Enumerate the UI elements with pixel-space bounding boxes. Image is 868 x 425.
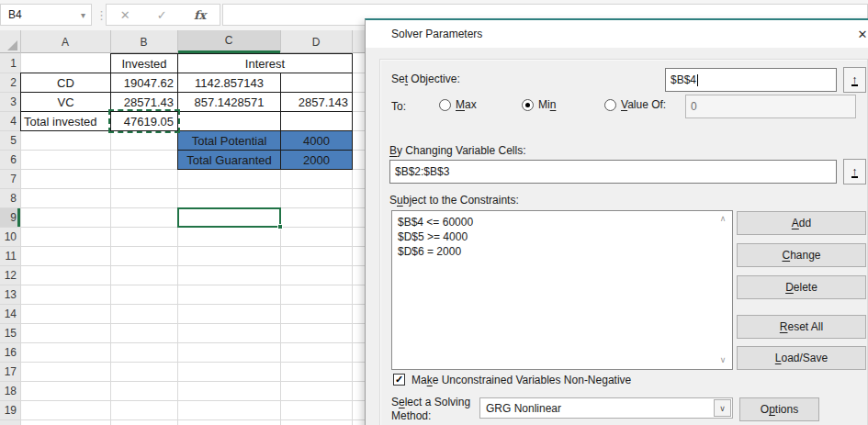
cell-A3[interactable]: VC: [20, 92, 111, 112]
header-separator: [352, 30, 353, 53]
constraint-item[interactable]: $D$6 = 2000: [398, 244, 727, 259]
row-header-10[interactable]: 10: [0, 227, 20, 246]
close-icon[interactable]: ✕: [849, 20, 868, 48]
add-button[interactable]: Add: [737, 211, 866, 235]
by-changing-input[interactable]: $B$2:$B$3: [389, 160, 837, 184]
excel-window: B4 ▾ ⋮ ✕ ✓ fx ABCD1234567891011121314151…: [0, 0, 868, 425]
load-save-button[interactable]: Load/Save: [737, 346, 866, 370]
cell-C2[interactable]: 1142.857143: [177, 73, 281, 93]
constraint-item[interactable]: $D$5 >= 4000: [398, 229, 727, 244]
row-header-9[interactable]: 9: [0, 207, 20, 227]
chevron-down-icon[interactable]: ∨: [714, 399, 731, 417]
gridline-horizontal: [0, 400, 365, 401]
cell-C5[interactable]: Total Potential: [177, 130, 281, 151]
cell-C3[interactable]: 857.1428571: [177, 92, 281, 112]
gridline-horizontal: [0, 304, 365, 305]
column-header-A[interactable]: A: [20, 30, 110, 53]
cell-C6[interactable]: Total Guaranted: [177, 150, 281, 170]
cell-D6[interactable]: 2000: [280, 150, 353, 170]
delete-button[interactable]: Delete: [737, 275, 866, 299]
gridline-horizontal: [0, 419, 365, 420]
change-button[interactable]: Change: [737, 243, 866, 267]
row-header-4[interactable]: 4: [0, 111, 20, 130]
options-button[interactable]: Options: [739, 397, 819, 421]
row-header-8[interactable]: 8: [0, 188, 20, 207]
header-separator: [177, 30, 178, 53]
gridline-horizontal: [0, 188, 365, 189]
gridline-horizontal: [0, 342, 365, 343]
solver-parameters-dialog: Solver Parameters ✕ Set Objective: $B$4 …: [365, 18, 868, 425]
radio-min[interactable]: Min: [522, 98, 556, 111]
scroll-down-icon[interactable]: ∨: [716, 355, 729, 364]
reset-all-button[interactable]: Reset All: [737, 315, 866, 339]
active-cell-C9[interactable]: [177, 207, 281, 228]
gridline-horizontal: [0, 362, 365, 363]
header-separator: [280, 30, 281, 53]
row-header-11[interactable]: 11: [0, 246, 20, 265]
text-caret: [697, 74, 698, 86]
set-objective-input[interactable]: $B$4: [665, 68, 837, 92]
cell-A4[interactable]: Total invested: [20, 111, 111, 131]
gridline-horizontal: [0, 285, 365, 285]
header-separator: [110, 30, 111, 53]
column-header-C[interactable]: C: [177, 30, 280, 53]
solving-method-select[interactable]: GRG Nonlinear ∨: [479, 397, 733, 419]
cell-D2[interactable]: [280, 73, 353, 93]
constraints-listbox[interactable]: $B$4 <= 60000$D$5 >= 4000$D$6 = 2000: [391, 210, 733, 370]
name-box-dropdown-icon[interactable]: ▾: [81, 10, 85, 20]
row-header-2[interactable]: 2: [0, 73, 20, 92]
row-header-1[interactable]: 1: [0, 53, 20, 73]
row-header-15[interactable]: 15: [0, 323, 20, 342]
by-changing-label: By Changing Variable Cells:: [389, 144, 526, 157]
to-label: To:: [391, 100, 406, 113]
cell-A2[interactable]: CD: [20, 73, 111, 93]
row-header-13[interactable]: 13: [0, 285, 20, 304]
row-header-12[interactable]: 12: [0, 265, 20, 285]
formula-buttons: ✕ ✓ fx: [106, 4, 220, 26]
non-negative-label: Make Unconstrained Variables Non-Negativ…: [411, 374, 631, 386]
header-separator: [20, 30, 21, 53]
cell-C1-D1-merged[interactable]: Interest: [177, 53, 353, 73]
row-header-16[interactable]: 16: [0, 342, 20, 362]
row-header-7[interactable]: 7: [0, 169, 20, 188]
row-header-17[interactable]: 17: [0, 362, 20, 381]
row-header-18[interactable]: 18: [0, 381, 20, 400]
enter-icon[interactable]: ✓: [157, 8, 167, 22]
row-header-19[interactable]: 19: [0, 400, 20, 419]
radio-value-of[interactable]: Value Of:: [604, 98, 666, 111]
collapse-dialog-icon[interactable]: ↑: [843, 159, 866, 185]
cancel-icon[interactable]: ✕: [120, 8, 130, 22]
row-header-6[interactable]: 6: [0, 150, 20, 169]
collapse-dialog-icon[interactable]: ↑: [843, 67, 866, 93]
select-all-corner[interactable]: [0, 30, 20, 53]
row-header-14[interactable]: 14: [0, 304, 20, 323]
cell-C4[interactable]: [177, 111, 281, 131]
scroll-up-icon[interactable]: ∧: [716, 214, 729, 223]
fill-handle[interactable]: [277, 224, 283, 229]
row-header-5[interactable]: 5: [0, 130, 20, 150]
column-header-B[interactable]: B: [110, 30, 177, 53]
radio-circle: [522, 99, 534, 111]
name-box[interactable]: B4 ▾: [0, 4, 92, 26]
gridline-horizontal: [0, 246, 365, 247]
row-header-3[interactable]: 3: [0, 92, 20, 111]
constraint-item[interactable]: $B$4 <= 60000: [398, 215, 727, 229]
solving-method-label: Select a Solving Method:: [391, 396, 483, 423]
cell-B1[interactable]: Invested: [110, 53, 178, 73]
cell-B2[interactable]: 19047.62: [110, 73, 178, 93]
dialog-title-bar[interactable]: Solver Parameters: [366, 20, 868, 48]
constraints-label: Subject to the Constraints:: [389, 194, 519, 207]
non-negative-checkbox[interactable]: ✓: [393, 374, 405, 386]
value-of-input[interactable]: 0: [685, 95, 856, 118]
column-header-D[interactable]: D: [280, 30, 352, 53]
set-objective-label: Set Objective:: [391, 73, 460, 85]
radio-circle: [604, 99, 616, 111]
cell-D3[interactable]: 2857.143: [280, 92, 353, 112]
radio-circle: [439, 99, 451, 111]
insert-function-icon[interactable]: fx: [194, 8, 206, 22]
name-box-value: B4: [8, 8, 22, 21]
radio-max[interactable]: Max: [439, 98, 477, 111]
cell-D4[interactable]: [280, 111, 353, 131]
marching-ants-B4: [108, 109, 180, 133]
cell-D5[interactable]: 4000: [280, 130, 353, 151]
